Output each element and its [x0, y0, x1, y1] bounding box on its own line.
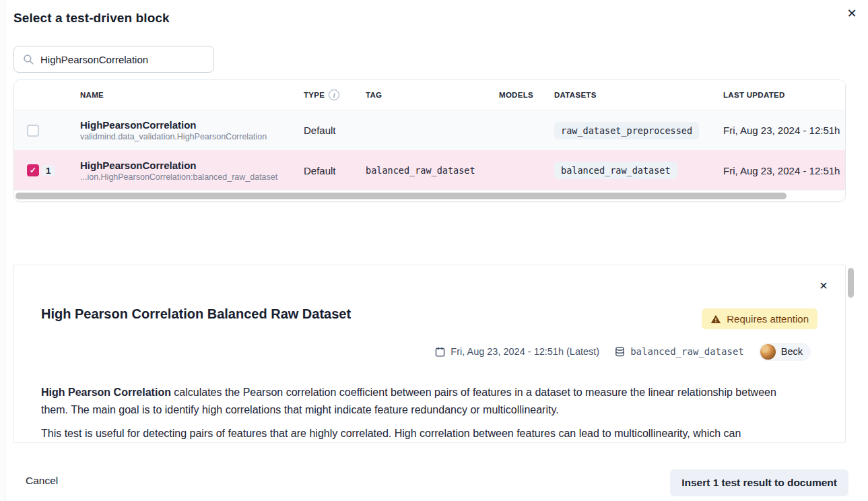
results-table: NAME TYPE i TAG MODELS DATASETS LAST UPD… [13, 79, 846, 202]
close-icon[interactable]: ✕ [844, 5, 860, 22]
author-chip[interactable]: Beck [759, 343, 811, 361]
column-header-name: NAME [67, 91, 290, 99]
tag-cell [352, 110, 486, 150]
page-edge-divider [0, 0, 5, 501]
search-input[interactable] [40, 54, 205, 65]
status-badge: Requires attention [702, 308, 817, 329]
preview-panel: ✕ High Pearson Correlation Balanced Raw … [13, 265, 846, 443]
last-run-date: Fri, Aug 23, 2024 - 12:51h (Latest) [434, 346, 599, 358]
modal-title: Select a test-driven block [13, 11, 170, 26]
test-name: HighPearsonCorrelation [80, 119, 267, 131]
description-paragraph-2: This test is useful for detecting pairs … [41, 425, 782, 442]
search-icon [22, 53, 34, 65]
description-lead: High Pearson Correlation [41, 387, 171, 398]
insert-button[interactable]: Insert 1 test result to document [670, 469, 848, 496]
test-path: validmind.data_validation.HighPearsonCor… [80, 132, 267, 141]
dataset-reference: balanced_raw_dataset [614, 346, 744, 358]
cancel-button[interactable]: Cancel [26, 475, 58, 487]
horizontal-scrollbar[interactable] [14, 190, 845, 201]
selection-order-badge: 1 [42, 165, 55, 176]
calendar-icon [434, 346, 446, 358]
column-header-tag: TAG [352, 91, 486, 99]
models-cell [486, 110, 541, 150]
column-header-datasets: DATASETS [541, 91, 710, 99]
models-cell [486, 150, 541, 191]
tag-cell: balanced_raw_dataset [366, 165, 475, 176]
table-row[interactable]: HighPearsonCorrelation validmind.data_va… [14, 110, 845, 150]
dataset-badge: raw_dataset_preprocessed [554, 122, 699, 139]
horizontal-scrollbar-thumb[interactable] [15, 193, 787, 199]
search-box[interactable] [13, 46, 214, 73]
type-cell: Default [290, 110, 352, 150]
type-cell: Default [290, 150, 352, 191]
column-header-last-updated: LAST UPDATED [710, 91, 845, 99]
close-icon[interactable]: ✕ [815, 277, 832, 294]
column-header-models: MODELS [486, 91, 541, 99]
test-path: ...ion.HighPearsonCorrelation:balanced_r… [80, 172, 277, 182]
preview-title: High Pearson Correlation Balanced Raw Da… [41, 306, 351, 322]
dataset-badge: balanced_raw_dataset [554, 162, 677, 179]
table-row-selected[interactable]: ✓ 1 HighPearsonCorrelation ...ion.HighPe… [14, 150, 845, 191]
column-header-type: TYPE i [290, 90, 352, 100]
vertical-scrollbar-thumb[interactable] [848, 268, 854, 298]
test-name: HighPearsonCorrelation [80, 160, 277, 171]
info-icon[interactable]: i [329, 90, 339, 100]
database-icon [614, 346, 626, 358]
table-header-row: NAME TYPE i TAG MODELS DATASETS LAST UPD… [14, 80, 845, 110]
author-name: Beck [781, 346, 803, 357]
status-badge-label: Requires attention [727, 313, 809, 325]
avatar [760, 344, 776, 360]
preview-meta-row: Fri, Aug 23, 2024 - 12:51h (Latest) bala… [434, 343, 811, 360]
test-description: High Pearson Correlation calculates the … [41, 384, 782, 442]
last-updated-cell: Fri, Aug 23, 2024 - 12:51h [710, 150, 845, 191]
last-updated-cell: Fri, Aug 23, 2024 - 12:51h [710, 110, 845, 150]
row-checkbox-checked[interactable]: ✓ [27, 164, 39, 176]
warning-icon [710, 314, 721, 325]
row-checkbox[interactable] [27, 125, 39, 137]
